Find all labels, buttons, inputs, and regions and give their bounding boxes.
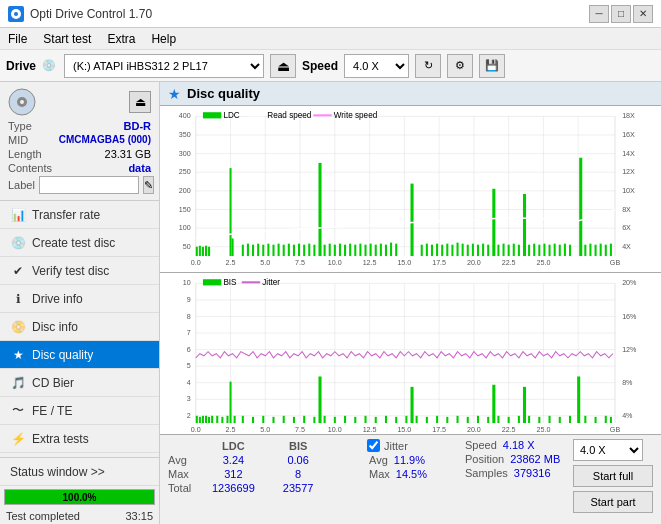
- jitter-avg-value: 11.9%: [394, 454, 425, 466]
- svg-rect-203: [303, 415, 305, 422]
- svg-text:25.0: 25.0: [536, 258, 550, 267]
- label-edit-button[interactable]: ✎: [143, 176, 154, 194]
- svg-rect-234: [577, 376, 580, 423]
- create-test-disc-icon: 💿: [10, 235, 26, 251]
- svg-rect-220: [457, 415, 459, 422]
- total-ldc: 1236699: [198, 481, 269, 495]
- ldc-chart-container: 400 350 300 250 200 150 100 50 18X 16X 1…: [160, 106, 661, 273]
- disc-label-row: Label ✎: [8, 176, 151, 194]
- svg-rect-97: [436, 244, 438, 256]
- svg-text:0.0: 0.0: [191, 258, 201, 267]
- svg-text:17.5: 17.5: [432, 425, 446, 434]
- svg-rect-68: [272, 245, 274, 256]
- drive-label: Drive: [6, 59, 36, 73]
- disc-length-row: Length 23.31 GB: [8, 148, 151, 160]
- bis-chart-container: 10 9 8 7 6 5 4 3 2 20% 16% 12% 8% 4% 0: [160, 273, 661, 434]
- avg-bis: 0.06: [269, 453, 328, 467]
- nav-label-disc-quality: Disc quality: [32, 348, 93, 362]
- eject-button[interactable]: ⏏: [270, 54, 296, 78]
- svg-rect-195: [230, 381, 232, 422]
- config-button[interactable]: ⚙: [447, 54, 473, 78]
- sidebar-item-transfer-rate[interactable]: 📊 Transfer rate: [0, 201, 159, 229]
- speed-select-stats[interactable]: 4.0 X: [573, 439, 643, 461]
- position-stat-row: Position 23862 MB: [465, 453, 565, 465]
- svg-rect-206: [324, 415, 326, 422]
- sidebar-item-verify-test-disc[interactable]: ✔ Verify test disc: [0, 257, 159, 285]
- svg-rect-211: [375, 416, 377, 422]
- sidebar-item-drive-info[interactable]: ℹ Drive info: [0, 285, 159, 313]
- sidebar-item-create-test-disc[interactable]: 💿 Create test disc: [0, 229, 159, 257]
- svg-rect-114: [523, 194, 526, 256]
- disc-quality-icon: ★: [10, 347, 26, 363]
- svg-rect-213: [395, 416, 397, 422]
- svg-rect-227: [518, 415, 520, 422]
- svg-text:10: 10: [183, 278, 191, 287]
- svg-rect-129: [605, 245, 607, 256]
- titlebar-left: Opti Drive Control 1.70: [8, 6, 152, 22]
- speed-label: Speed: [302, 59, 338, 73]
- svg-rect-72: [293, 245, 295, 256]
- svg-rect-80: [334, 245, 336, 256]
- quality-title: Disc quality: [187, 86, 260, 101]
- svg-text:4X: 4X: [622, 242, 631, 251]
- svg-text:10X: 10X: [622, 186, 635, 195]
- drive-select[interactable]: (K:) ATAPI iHBS312 2 PL17: [64, 54, 264, 78]
- disc-icon: [8, 88, 36, 116]
- status-window-button[interactable]: Status window >>: [0, 458, 159, 486]
- start-full-button[interactable]: Start full: [573, 465, 653, 487]
- svg-rect-126: [589, 244, 591, 256]
- svg-text:20%: 20%: [622, 278, 637, 287]
- minimize-button[interactable]: ─: [589, 5, 609, 23]
- svg-rect-116: [533, 244, 535, 256]
- close-button[interactable]: ✕: [633, 5, 653, 23]
- svg-text:9: 9: [187, 295, 191, 304]
- svg-rect-200: [272, 416, 274, 422]
- svg-text:6X: 6X: [622, 223, 631, 232]
- quality-header-icon: ★: [168, 86, 181, 102]
- refresh-button[interactable]: ↻: [415, 54, 441, 78]
- svg-text:16X: 16X: [622, 130, 635, 139]
- avg-label: Avg: [168, 453, 198, 467]
- svg-rect-198: [252, 416, 254, 422]
- svg-rect-232: [559, 416, 561, 422]
- svg-text:200: 200: [179, 186, 191, 195]
- sidebar-item-disc-quality[interactable]: ★ Disc quality: [0, 341, 159, 369]
- speed-select[interactable]: 4.0 X: [344, 54, 409, 78]
- svg-rect-207: [334, 416, 336, 422]
- svg-text:7.5: 7.5: [295, 425, 305, 434]
- content-area: ★ Disc quality: [160, 82, 661, 524]
- status-section: Status window >> 100.0% Test completed 3…: [0, 457, 159, 524]
- maximize-button[interactable]: □: [611, 5, 631, 23]
- sidebar-item-cd-bier[interactable]: 🎵 CD Bier: [0, 369, 159, 397]
- jitter-header-row: Jitter: [367, 439, 457, 452]
- menu-help[interactable]: Help: [143, 30, 184, 48]
- menu-file[interactable]: File: [0, 30, 35, 48]
- jitter-max-label: Max: [369, 468, 390, 480]
- app-title: Opti Drive Control 1.70: [30, 7, 152, 21]
- disc-eject-button[interactable]: ⏏: [129, 91, 151, 113]
- toolbar: Drive 💿 (K:) ATAPI iHBS312 2 PL17 ⏏ Spee…: [0, 50, 661, 82]
- svg-rect-90: [385, 245, 387, 256]
- status-text-row: Test completed 33:15: [0, 508, 159, 524]
- sidebar-item-fe-te[interactable]: 〜 FE / TE: [0, 397, 159, 425]
- save-button[interactable]: 💾: [479, 54, 505, 78]
- svg-rect-119: [549, 245, 551, 256]
- svg-rect-233: [569, 415, 571, 422]
- svg-rect-216: [416, 415, 418, 422]
- svg-rect-65: [257, 244, 259, 256]
- sidebar-item-disc-info[interactable]: 📀 Disc info: [0, 313, 159, 341]
- sidebar: ⏏ Type BD-R MID CMCMAGBA5 (000) Length 2…: [0, 82, 160, 524]
- svg-rect-117: [538, 245, 540, 256]
- ldc-chart: 400 350 300 250 200 150 100 50 18X 16X 1…: [160, 106, 661, 272]
- sidebar-item-extra-tests[interactable]: ⚡ Extra tests: [0, 425, 159, 453]
- svg-text:8X: 8X: [622, 205, 631, 214]
- label-input[interactable]: [39, 176, 139, 194]
- titlebar-controls: ─ □ ✕: [589, 5, 653, 23]
- svg-rect-190: [208, 416, 210, 422]
- samples-stat-label: Samples: [465, 467, 508, 479]
- menu-start-test[interactable]: Start test: [35, 30, 99, 48]
- start-part-button[interactable]: Start part: [573, 491, 653, 513]
- svg-text:50: 50: [183, 242, 191, 251]
- jitter-checkbox[interactable]: [367, 439, 380, 452]
- menu-extra[interactable]: Extra: [99, 30, 143, 48]
